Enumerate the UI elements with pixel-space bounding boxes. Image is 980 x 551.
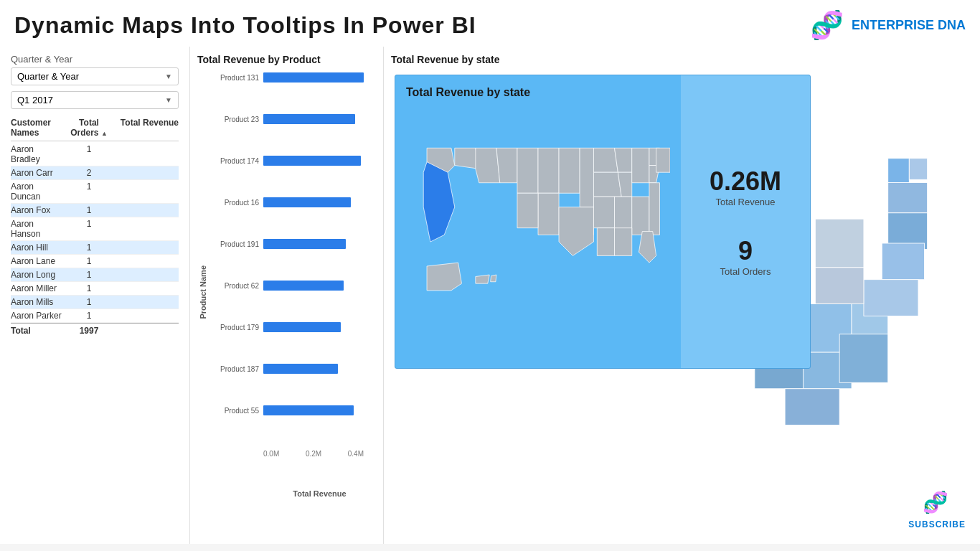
svg-rect-10 (864, 280, 918, 316)
bar-track (263, 405, 354, 415)
page-title: Dynamic Maps Into Tooltips In Power BI (14, 12, 476, 39)
stat-orders-value: 9 (720, 236, 771, 266)
tooltip-map-section: Total Revenue by state (395, 75, 681, 368)
chart-area: Total Revenue by Product Product Name Pr… (190, 47, 384, 544)
bar-row: Product 191 (209, 239, 376, 249)
bar-track (263, 156, 361, 166)
svg-marker-42 (597, 228, 614, 256)
bar-track (263, 114, 355, 124)
stat-revenue-label: Total Revenue (710, 197, 781, 207)
map-title: Total Revenue by state (391, 54, 973, 65)
svg-marker-36 (538, 193, 559, 235)
filter-dropdown[interactable]: Quarter & Year ▼ (11, 67, 179, 85)
dna-icon: 🧬 (810, 7, 846, 43)
svg-marker-23 (593, 148, 618, 172)
table-row[interactable]: Aaron Hanson 1 (11, 217, 179, 241)
svg-marker-40 (639, 232, 656, 263)
svg-rect-12 (785, 389, 839, 425)
svg-marker-34 (632, 197, 649, 235)
svg-marker-41 (615, 228, 632, 256)
table-row[interactable]: Aaron Fox 1 (11, 204, 179, 217)
svg-rect-1 (888, 159, 910, 183)
logo-text: ENTERPRISE DNA (852, 18, 966, 33)
svg-marker-25 (593, 172, 621, 197)
table-row[interactable]: Aaron Duncan 1 (11, 180, 179, 204)
subscribe-area[interactable]: 🧬 SUBSCRIBE (908, 488, 966, 529)
total-label: Total (11, 326, 64, 336)
bar-track (263, 239, 346, 249)
left-panel: Quarter & Year Quarter & Year ▼ Q1 2017 … (0, 47, 190, 544)
logo-area: 🧬 ENTERPRISE DNA (810, 7, 966, 43)
customer-table: Customer Names Total Orders ▲ Total Reve… (11, 118, 179, 338)
svg-marker-39 (559, 207, 593, 256)
filter-dropdown-label: Quarter & Year (17, 71, 79, 82)
bar-track (263, 281, 344, 291)
col-header-name: Customer Names (11, 118, 64, 138)
bar-row: Product 187 (209, 364, 376, 374)
svg-text:🧬: 🧬 (810, 9, 844, 42)
svg-marker-43 (427, 263, 461, 291)
table-row[interactable]: Aaron Carr 2 (11, 166, 179, 180)
y-axis-label: Product Name (199, 265, 207, 319)
table-row[interactable]: Aaron Hill 1 (11, 241, 179, 255)
tooltip-us-map (406, 106, 670, 336)
svg-rect-13 (815, 219, 864, 268)
x-axis-ticks: 0.0M 0.2M 0.4M (209, 450, 364, 458)
svg-text:🧬: 🧬 (923, 490, 948, 515)
stat-revenue-value: 0.26M (710, 166, 781, 197)
svg-marker-37 (517, 193, 538, 227)
tooltip-title: Total Revenue by state (406, 86, 670, 99)
bar-track (263, 72, 364, 83)
filter-label: Quarter & Year (11, 54, 179, 65)
svg-rect-14 (815, 268, 864, 304)
svg-marker-30 (656, 148, 670, 172)
chevron-down-icon-2: ▼ (165, 96, 172, 104)
table-row[interactable]: Aaron Bradley 1 (11, 143, 179, 166)
table-row[interactable]: Aaron Miller 1 (11, 282, 179, 296)
col-header-orders: Total Orders ▲ (64, 118, 114, 138)
total-row: Total 1997 (11, 323, 179, 338)
map-area: Total Revenue by state (384, 47, 980, 544)
table-row[interactable]: Aaron Mills 1 (11, 296, 179, 309)
bar-row: Product 174 (209, 156, 376, 166)
svg-marker-18 (496, 148, 517, 182)
bar-track (263, 197, 351, 207)
table-header: Customer Names Total Orders ▲ Total Reve… (11, 118, 179, 141)
map-svg-container: Total Revenue by state (391, 71, 973, 537)
svg-marker-38 (423, 162, 455, 242)
sort-arrow-icon: ▲ (101, 130, 108, 137)
col-header-revenue: Total Revenue (114, 118, 179, 138)
svg-marker-35 (649, 183, 660, 235)
svg-marker-27 (632, 148, 649, 182)
table-row[interactable]: Aaron Long 1 (11, 268, 179, 282)
stat-orders-block: 9 Total Orders (720, 236, 771, 277)
bar-row: Product 55 (209, 405, 376, 415)
stat-revenue-block: 0.26M Total Revenue (710, 166, 781, 207)
bar-track (263, 322, 341, 332)
table-row[interactable]: Aaron Parker 1 (11, 309, 179, 323)
tooltip-stats-section: 0.26M Total Revenue 9 Total Orders (681, 75, 810, 368)
tooltip-overlay: Total Revenue by state (395, 75, 811, 369)
total-orders: 1997 (64, 326, 114, 336)
x-axis-label: Total Revenue (209, 489, 376, 498)
svg-rect-8 (839, 334, 888, 383)
filter-value-text: Q1 2017 (17, 95, 53, 105)
svg-rect-3 (888, 183, 928, 213)
svg-marker-21 (559, 148, 580, 193)
svg-marker-33 (615, 197, 632, 231)
chart-title: Total Revenue by Product (197, 54, 376, 65)
svg-rect-2 (909, 159, 927, 180)
svg-marker-19 (517, 148, 538, 193)
filter-value-dropdown[interactable]: Q1 2017 ▼ (11, 91, 179, 109)
bar-row: Product 131 (209, 72, 376, 83)
header: Dynamic Maps Into Tooltips In Power BI 🧬… (0, 0, 980, 47)
main-content: Quarter & Year Quarter & Year ▼ Q1 2017 … (0, 47, 980, 544)
svg-marker-22 (580, 148, 593, 207)
svg-marker-20 (538, 148, 559, 193)
subscribe-dna-icon: 🧬 (923, 488, 951, 517)
bar-row: Product 179 (209, 322, 376, 332)
bar-row: Product 62 (209, 281, 376, 291)
bar-track (263, 364, 338, 374)
table-row[interactable]: Aaron Lane 1 (11, 255, 179, 268)
svg-rect-9 (882, 243, 924, 280)
